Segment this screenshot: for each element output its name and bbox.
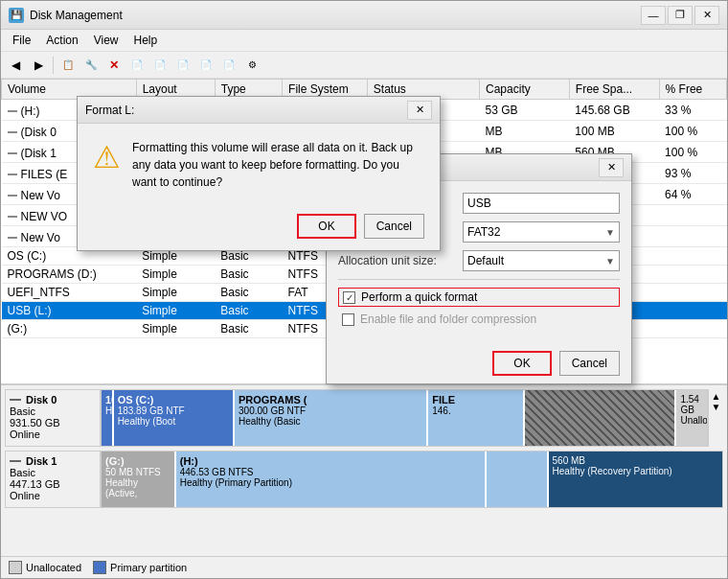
- cell-pct: [659, 284, 726, 302]
- cell-volume: UEFI_NTFS: [2, 284, 137, 302]
- cell-free: 145.68 GB: [569, 100, 659, 121]
- disk0-part2[interactable]: OS (C:) 183.89 GB NTF Healthy (Boot: [114, 390, 235, 446]
- toolbar-btn9[interactable]: ⚙: [241, 55, 262, 76]
- col-header-cap: Capacity: [480, 80, 570, 100]
- warn-dialog: Format L: ✕ ⚠ Formatting this volume wil…: [77, 96, 441, 251]
- disk0-partitions: 100 He... OS (C:) 183.89 GB NTF Healthy …: [101, 389, 708, 447]
- format-close-button[interactable]: ✕: [599, 158, 624, 177]
- disk0-part4[interactable]: FILE 146.: [428, 390, 525, 446]
- format-ok-button[interactable]: OK: [492, 351, 551, 376]
- cell-type: Basic: [215, 284, 282, 302]
- disk1-size: 447.13 GB: [10, 478, 96, 490]
- toolbar-sep-1: [53, 57, 54, 74]
- disk1-name: Disk 1: [26, 455, 57, 467]
- cell-layout: Simple: [136, 302, 215, 320]
- menu-file[interactable]: File: [5, 32, 38, 49]
- format-cancel-button[interactable]: Cancel: [559, 351, 620, 376]
- title-bar-left: 💾 Disk Management: [9, 8, 123, 23]
- warn-icon: ⚠: [93, 139, 121, 191]
- format-quickformat-checkbox[interactable]: ✓: [343, 291, 355, 304]
- menu-view[interactable]: View: [86, 32, 126, 49]
- disk1-part1-size: 50 MB NTFS: [105, 467, 171, 477]
- disk1-part4[interactable]: 560 MB Healthy (Recovery Partition): [549, 452, 722, 507]
- cell-type: Basic: [215, 320, 282, 338]
- cell-cap: MB: [480, 121, 570, 142]
- menu-bar: File Action View Help: [1, 30, 727, 52]
- toolbar-btn1[interactable]: 📋: [57, 55, 79, 76]
- disk1-part1[interactable]: (G:) 50 MB NTFS Healthy (Active,: [102, 452, 176, 507]
- cell-pct: 64 %: [659, 184, 726, 205]
- disk0-part5-scroll: [525, 390, 676, 446]
- disk1-row: Disk 1 Basic 447.13 GB Online (G:) 50 MB…: [5, 451, 723, 508]
- format-fs-arrow: ▼: [605, 227, 615, 238]
- format-volume-input[interactable]: [463, 193, 620, 214]
- disk0-unalloc-label: Unallocated: [680, 415, 703, 426]
- disk-visual-area: Disk 0 Basic 931.50 GB Online 100 He... …: [1, 383, 727, 556]
- toolbar-btn5[interactable]: 📄: [149, 55, 171, 76]
- cell-pct: [659, 247, 726, 266]
- disk1-part2[interactable]: (H:) 446.53 GB NTFS Healthy (Primary Par…: [176, 452, 487, 507]
- close-button[interactable]: ✕: [694, 6, 719, 25]
- toolbar-btn2[interactable]: 🔧: [80, 55, 102, 76]
- disk0-part1-name: 100: [105, 394, 108, 405]
- disk0-part3[interactable]: PROGRAMS ( 300.00 GB NTF Healthy (Basic: [235, 390, 428, 446]
- cell-pct: 33 %: [659, 100, 726, 121]
- warn-close-button[interactable]: ✕: [407, 101, 432, 120]
- disk0-part1[interactable]: 100 He...: [102, 390, 114, 446]
- format-fs-select[interactable]: FAT32 ▼: [463, 221, 620, 243]
- disk0-part3-size: 300.00 GB NTF: [239, 405, 422, 416]
- warn-cancel-button[interactable]: Cancel: [364, 214, 424, 239]
- cell-type: Basic: [215, 266, 282, 284]
- legend-unalloc-box: [9, 561, 22, 574]
- toolbar-forward[interactable]: ▶: [28, 55, 49, 76]
- warn-title: Format L:: [85, 104, 134, 117]
- title-controls: — ❐ ✕: [641, 6, 719, 25]
- format-compression-checkbox[interactable]: [342, 313, 354, 326]
- format-compression-row: Enable file and folder compression: [338, 311, 620, 328]
- legend-primary: Primary partition: [93, 561, 187, 574]
- toolbar-btn6[interactable]: 📄: [172, 55, 193, 76]
- cell-layout: Simple: [136, 266, 215, 284]
- cell-volume: (G:): [2, 320, 137, 338]
- menu-action[interactable]: Action: [38, 32, 85, 49]
- disk0-status: Online: [10, 428, 96, 440]
- disk0-name: Disk 0: [26, 394, 57, 405]
- warn-ok-button[interactable]: OK: [297, 214, 355, 239]
- restore-button[interactable]: ❐: [668, 6, 693, 25]
- cell-layout: Simple: [136, 320, 215, 338]
- format-alloc-row: Allocation unit size: Default ▼: [338, 250, 620, 271]
- cell-type: Basic: [215, 302, 282, 320]
- disk0-scrollbar[interactable]: ▲▼: [708, 389, 723, 447]
- toolbar-btn4[interactable]: 📄: [126, 55, 148, 76]
- disk0-size: 931.50 GB: [10, 417, 96, 428]
- minimize-button[interactable]: —: [641, 6, 666, 25]
- disk1-status: Online: [10, 490, 96, 501]
- format-options-section: ✓ Perform a quick format Enable file and…: [338, 279, 620, 328]
- disk0-row: Disk 0 Basic 931.50 GB Online 100 He... …: [5, 389, 723, 447]
- toolbar-btn8[interactable]: 📄: [218, 55, 239, 76]
- cell-pct: [659, 302, 726, 320]
- warn-title-bar: Format L: ✕: [78, 97, 440, 124]
- toolbar-back[interactable]: ◀: [5, 55, 26, 76]
- disk1-type: Basic: [10, 467, 96, 478]
- disk0-part4-label: 146.: [432, 405, 519, 416]
- toolbar-btn7[interactable]: 📄: [195, 55, 216, 76]
- disk0-dash-icon: [10, 399, 21, 401]
- menu-help[interactable]: Help: [126, 32, 166, 49]
- format-fs-value: FAT32: [467, 225, 500, 239]
- title-bar: 💾 Disk Management — ❐ ✕: [1, 1, 727, 30]
- disk1-part2-size: 446.53 GB NTFS: [180, 467, 481, 477]
- format-buttons: OK Cancel: [327, 343, 631, 383]
- disk1-part2-status: Healthy (Primary Partition): [180, 477, 481, 488]
- format-alloc-value: Default: [467, 254, 504, 267]
- disk1-dash-icon: [10, 460, 21, 462]
- cell-volume: PROGRAMS (D:): [2, 266, 137, 284]
- format-alloc-select[interactable]: Default ▼: [463, 250, 620, 271]
- cell-layout: Simple: [136, 284, 215, 302]
- legend-primary-box: [93, 561, 106, 574]
- disk0-unalloc: 1.54 GB Unallocated: [676, 390, 707, 446]
- legend-primary-label: Primary partition: [110, 562, 187, 573]
- disk1-part1-status: Healthy (Active,: [105, 477, 171, 498]
- disk1-part3[interactable]: [487, 452, 549, 507]
- toolbar-btn3[interactable]: ✕: [103, 55, 125, 76]
